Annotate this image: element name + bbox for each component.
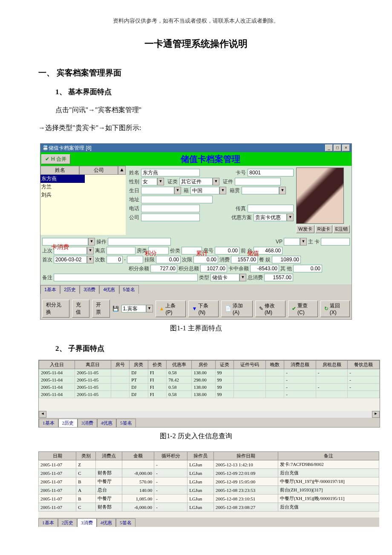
fax-input[interactable] [248,205,294,212]
col-header[interactable]: 离店日 [75,361,111,369]
tab-basic[interactable]: 1基本 [38,518,58,527]
company-input[interactable] [141,214,200,221]
col-header[interactable]: 餐饮总额 [348,361,380,369]
tab-consume[interactable]: 3消费 [80,285,99,294]
col-header[interactable]: 证类 [215,361,234,369]
back-button[interactable]: ↻返回(X) [320,301,350,317]
next-button[interactable]: ▼下条(N) [188,301,219,317]
table-row[interactable]: 2005-11-07B中餐厅1,085.00-LGJun2005-12-08 2… [39,494,379,503]
room-input[interactable] [215,247,239,254]
invoice-button[interactable]: 开票 [92,300,110,318]
col-header[interactable]: 类别 [76,452,96,460]
tab-discount[interactable]: 4优惠 [97,419,117,427]
col-header[interactable]: 入住日 [39,361,75,369]
reset-button[interactable]: ✔重查(C) [288,301,318,317]
tab-discount[interactable]: 4优惠 [99,285,119,294]
table-row[interactable]: 2005-11-042005-11-05DJFI0.58138.0099- [39,391,380,398]
maximize-button[interactable]: □ [334,145,341,151]
table-row[interactable]: 2005-11-042005-11-05DJFI0.58138.0099--- [39,369,380,376]
list-header-company[interactable]: 公司 [79,166,118,175]
save-icon[interactable]: 💾 [112,306,119,312]
limit-input[interactable] [156,256,181,263]
chevron-down-icon[interactable]: ▼ [87,256,94,263]
col-header[interactable]: 优惠率 [167,361,192,369]
chevron-down-icon[interactable]: ▼ [300,238,307,246]
chevron-down-icon[interactable]: ▼ [87,247,94,254]
chevron-down-icon[interactable]: ▼ [88,238,95,246]
natplace-input[interactable] [242,187,279,194]
close-button[interactable]: × [342,145,350,151]
idtype-select[interactable] [179,178,213,185]
chevron-down-icon[interactable]: ▼ [146,305,153,312]
recharge-button[interactable]: 充值 [72,300,89,318]
name-input[interactable] [141,169,200,176]
tab-consume[interactable]: 3消费 [78,419,97,427]
col-header[interactable]: 操作日期 [214,452,278,460]
table-row[interactable]: 2005-11-07B中餐厅570.00-LGJun2005-12-09 15:… [39,477,379,486]
id-input[interactable] [235,178,281,185]
tab-history[interactable]: 2历史 [60,285,80,294]
read-card-button[interactable]: R读卡 [315,225,332,233]
tab-sign[interactable]: 5签名 [119,285,139,294]
table-row[interactable]: 2005-11-07C财务部-6,000.00-LGJun2005-12-08 … [39,503,379,512]
tab-history[interactable]: 2历史 [58,518,78,527]
col-header[interactable]: 房号 [111,361,130,369]
chevron-down-icon[interactable]: ▼ [157,178,164,185]
h-scrollbar[interactable]: ◄► [39,411,380,418]
col-header[interactable]: 房价 [192,361,215,369]
table-row[interactable]: 2005-11-07C财务部-8,000.00-LGJun2005-12-09 … [39,469,379,477]
prev-button[interactable]: ▲上条(P) [156,301,186,317]
leave-input[interactable] [107,247,135,254]
redeem-button[interactable]: 积分兑换 [42,300,69,318]
chevron-down-icon[interactable]: ▼ [219,187,226,194]
vp-select[interactable] [284,238,300,246]
chevron-down-icon[interactable]: ▼ [279,187,286,194]
type-select[interactable] [210,274,239,281]
list-row[interactable]: 方兰 [40,183,126,191]
col-header[interactable]: 证件号码 [234,361,266,369]
list-header-name[interactable]: 姓名 [40,166,79,175]
table-row[interactable]: 2005-11-042005-11-05DJFI0.58138.0099--- [39,384,380,391]
sex-select[interactable] [141,178,157,185]
tab-consume[interactable]: 3消费 [77,518,97,527]
table-row[interactable]: 2005-11-07Z-LGJun2005-12-13 1:42:10发卡:7A… [39,460,379,469]
chevron-down-icon[interactable]: ▼ [174,187,181,194]
guest-combo[interactable] [121,305,146,312]
col-header[interactable]: 房类 [130,361,148,369]
remark-input[interactable] [54,274,198,281]
merge-button[interactable]: ✔H 合并 [41,154,70,164]
tel-input[interactable] [141,205,200,212]
edit-button[interactable]: ✎修改(M) [255,301,285,317]
col-header[interactable]: 日期 [39,452,76,460]
scroll-up-icon[interactable]: ▲ [118,166,126,175]
col-header[interactable]: 操作员 [187,452,214,460]
first-input[interactable] [54,256,87,263]
plan-select[interactable] [254,214,287,221]
col-header[interactable]: 消费总额 [284,361,316,369]
nat-select[interactable] [190,187,219,194]
table-row[interactable]: 2005-11-042005-11-05PTFI78.42298.0099-- [39,376,380,384]
tab-basic[interactable]: 1基本 [39,419,58,427]
list-row[interactable]: 刘兵 [40,191,126,199]
col-header[interactable]: 循环积分 [154,452,187,460]
addr-input[interactable] [141,196,213,203]
col-header[interactable]: 消费点 [95,452,122,460]
cancel-card-button[interactable]: E注销 [333,225,350,233]
col-header[interactable]: 金额 [122,452,154,460]
chevron-down-icon[interactable]: ▼ [287,214,294,221]
times-input[interactable] [107,256,123,263]
col-header[interactable]: 备注 [278,452,379,460]
tab-sign[interactable]: 5签名 [116,419,136,427]
minimize-button[interactable]: _ [325,145,333,151]
tab-history[interactable]: 2历史 [58,419,78,427]
list-row[interactable]: 东方燕 [40,175,126,183]
op-input[interactable] [108,238,171,246]
col-header[interactable]: 晚数 [265,361,284,369]
add-button[interactable]: 📄添加(A) [221,301,253,317]
tab-discount[interactable]: 4优惠 [97,518,116,527]
chevron-down-icon[interactable]: ▼ [239,274,246,281]
table-row[interactable]: 2005-11-07A总台140.00-LGJun2005-12-08 23:2… [39,486,379,494]
issue-card-button[interactable]: W发卡 [296,225,314,233]
col-header[interactable]: 房租总额 [316,361,348,369]
birth-input[interactable] [141,187,174,194]
